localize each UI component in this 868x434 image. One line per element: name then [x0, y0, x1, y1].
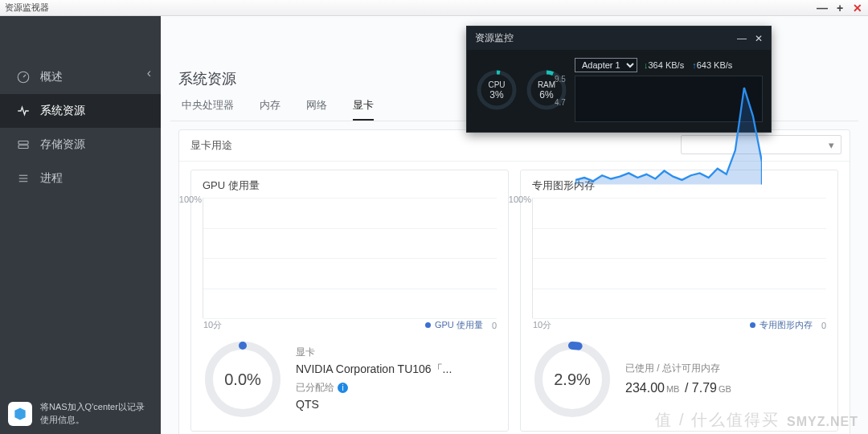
- vram-percent: 2.9%: [532, 339, 612, 420]
- window-titlebar: 资源监视器 — + ✕: [0, 0, 868, 16]
- y-axis-label: 100%: [509, 194, 531, 204]
- vram-chart: 100% 10分 专用图形内存0: [532, 198, 826, 318]
- upload-rate: ↑643 KB/s: [692, 60, 732, 70]
- mini-close-icon[interactable]: ✕: [755, 33, 763, 44]
- download-rate: ↓364 KB/s: [644, 60, 684, 70]
- pulse-icon: [16, 104, 31, 118]
- sidebar-item-label: 进程: [40, 171, 63, 186]
- sidebar-item-label: 系统资源: [40, 104, 85, 118]
- y-axis-label: 100%: [179, 194, 202, 204]
- chart-legend: GPU 使用量0: [425, 319, 497, 331]
- sidebar-item-overview[interactable]: 概述: [0, 60, 161, 94]
- watermark-text: 值 / 什么值得买: [655, 409, 780, 431]
- adapter-select[interactable]: Adapter 1: [575, 58, 637, 72]
- storage-icon: [16, 137, 31, 152]
- gpu-usage-chart: 100% 10分 GPU 使用量0: [203, 198, 497, 318]
- section-title: 显卡用途: [190, 139, 232, 151]
- legend-dot-icon: [750, 322, 755, 328]
- watermark-site: SMYZ.NET: [787, 415, 858, 429]
- svg-rect-2: [18, 145, 28, 149]
- chart-legend: 专用图形内存0: [750, 319, 826, 331]
- window-minimize-button[interactable]: —: [817, 2, 828, 14]
- vram-panel: 专用图形内存 100% 10分 专用图形内存0 2.9%: [520, 170, 838, 432]
- tab-gpu[interactable]: 显卡: [353, 98, 374, 121]
- qcenter-text: 将NAS加入Q'center以记录使用信息。: [40, 401, 153, 426]
- chevron-down-icon: ▾: [829, 139, 834, 151]
- tab-memory[interactable]: 内存: [260, 98, 280, 121]
- qcenter-promo[interactable]: 将NAS加入Q'center以记录使用信息。: [8, 401, 153, 426]
- sidebar-item-label: 概述: [40, 70, 63, 84]
- mini-monitor-overlay[interactable]: 资源监控 —✕ CPU3% RAM6% Adapter 1 ↓364 KB/s …: [466, 26, 772, 133]
- svg-rect-1: [18, 141, 28, 145]
- window-title: 资源监视器: [5, 2, 49, 14]
- x-axis-label: 10分: [533, 319, 551, 331]
- sidebar-item-processes[interactable]: 进程: [0, 162, 161, 195]
- mini-network-chart: 9.5 4.7: [575, 76, 763, 122]
- gpu-usage-panel: GPU 使用量 100% 10分 GPU 使用量0 0.0%: [190, 170, 509, 432]
- qcenter-icon: [8, 402, 32, 426]
- gpu-usage-donut: 0.0%: [203, 339, 283, 420]
- x-axis-label: 10分: [203, 319, 222, 331]
- mini-title: 资源监控: [475, 31, 514, 45]
- tab-cpu[interactable]: 中央处理器: [182, 98, 234, 121]
- sidebar-item-system-resources[interactable]: 系统资源: [0, 94, 161, 128]
- tab-network[interactable]: 网络: [306, 98, 327, 121]
- sidebar: ‹ 概述 系统资源 存储资源 进程 将NAS加入Q'center以记录使用信息。: [0, 16, 161, 434]
- mini-titlebar[interactable]: 资源监控 —✕: [467, 27, 771, 50]
- mini-cpu-ring: CPU3%: [475, 68, 518, 112]
- dashboard-icon: [16, 70, 31, 84]
- window-close-button[interactable]: ✕: [852, 2, 863, 14]
- panel-title: GPU 使用量: [203, 178, 497, 193]
- sidebar-item-label: 存储资源: [40, 137, 85, 152]
- vram-donut: 2.9%: [532, 339, 612, 420]
- list-icon: [16, 171, 31, 186]
- legend-dot-icon: [425, 322, 431, 328]
- sidebar-item-storage[interactable]: 存储资源: [0, 128, 161, 162]
- window-maximize-button[interactable]: +: [834, 2, 845, 14]
- mini-minimize-icon[interactable]: —: [737, 33, 747, 44]
- gpu-usage-percent: 0.0%: [203, 339, 283, 420]
- sidebar-collapse-icon[interactable]: ‹: [147, 66, 151, 80]
